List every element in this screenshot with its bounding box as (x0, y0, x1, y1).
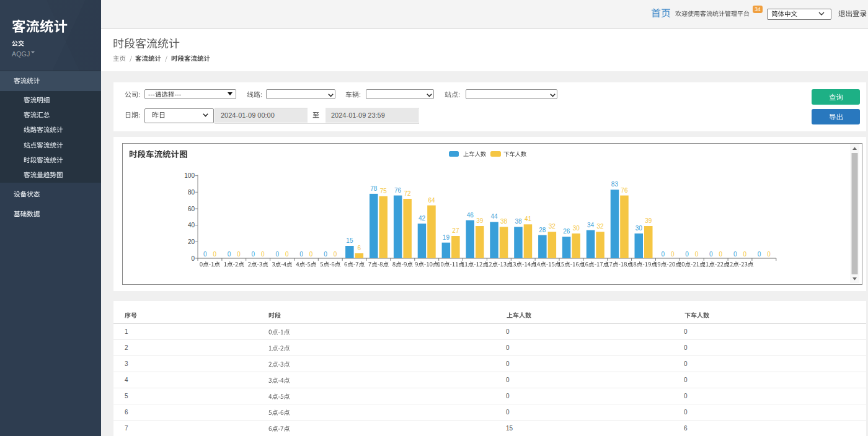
svg-text:20: 20 (188, 238, 195, 245)
svg-text:0: 0 (709, 251, 713, 258)
svg-text:0: 0 (237, 251, 241, 258)
svg-text:0: 0 (758, 251, 761, 258)
svg-text:27: 27 (452, 227, 459, 234)
svg-text:0: 0 (213, 251, 216, 258)
svg-text:46: 46 (467, 212, 474, 219)
svg-text:0: 0 (276, 251, 280, 258)
svg-text:38: 38 (515, 218, 522, 225)
svg-text:15: 15 (346, 237, 353, 244)
svg-text:19: 19 (443, 234, 450, 241)
svg-text:0: 0 (324, 251, 327, 258)
svg-text:28: 28 (539, 227, 546, 233)
svg-text:34: 34 (587, 222, 595, 229)
svg-text:64: 64 (428, 197, 435, 204)
svg-text:0: 0 (733, 251, 737, 258)
svg-text:30: 30 (636, 225, 643, 232)
svg-text:6: 6 (358, 245, 361, 251)
svg-text:0: 0 (309, 251, 313, 258)
svg-text:76: 76 (621, 187, 628, 194)
svg-text:26: 26 (563, 228, 570, 235)
svg-text:0: 0 (695, 251, 699, 258)
svg-text:32: 32 (549, 223, 556, 230)
svg-text:0: 0 (661, 251, 665, 258)
svg-text:0: 0 (719, 251, 723, 258)
svg-text:78: 78 (370, 185, 378, 192)
svg-text:30: 30 (573, 225, 580, 232)
svg-text:38: 38 (500, 218, 508, 225)
svg-text:80: 80 (188, 189, 195, 196)
svg-text:0: 0 (767, 251, 771, 258)
svg-text:39: 39 (476, 217, 484, 224)
svg-text:76: 76 (394, 187, 402, 194)
svg-text:41: 41 (525, 216, 532, 222)
svg-text:0: 0 (203, 251, 207, 258)
svg-text:75: 75 (380, 188, 388, 194)
svg-text:42: 42 (418, 215, 426, 222)
svg-text:0: 0 (334, 251, 337, 258)
svg-text:44: 44 (491, 213, 498, 220)
svg-text:0: 0 (743, 251, 746, 258)
svg-text:60: 60 (188, 206, 195, 212)
svg-text:0: 0 (261, 251, 265, 258)
svg-text:0: 0 (191, 255, 195, 262)
svg-text:32: 32 (596, 223, 604, 230)
svg-text:0: 0 (252, 251, 255, 258)
svg-text:40: 40 (188, 222, 195, 229)
svg-text:83: 83 (611, 181, 619, 188)
svg-text:0: 0 (671, 251, 675, 258)
svg-text:0: 0 (285, 251, 289, 258)
svg-text:0: 0 (228, 251, 231, 258)
svg-text:39: 39 (645, 217, 652, 224)
svg-text:100: 100 (184, 172, 195, 179)
svg-text:0: 0 (685, 251, 689, 258)
svg-text:72: 72 (404, 190, 412, 197)
svg-text:0: 0 (299, 251, 303, 258)
